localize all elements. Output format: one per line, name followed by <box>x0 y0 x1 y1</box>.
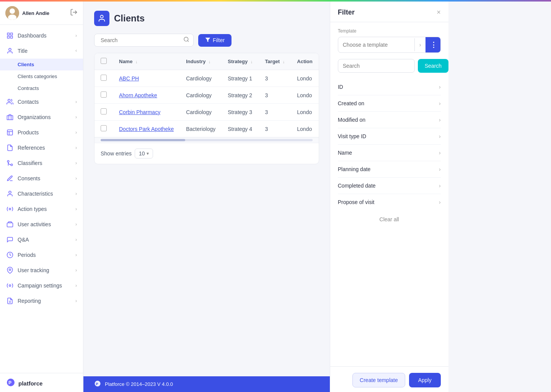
sort-icon: ↓ <box>209 59 211 64</box>
chevron-right-icon: › <box>75 268 77 273</box>
template-expand-icon[interactable]: › <box>414 38 426 51</box>
filter-option-planning_date[interactable]: Planning date› <box>338 161 441 178</box>
sidebar-item-campaign-settings[interactable]: Campaign settings › <box>0 278 83 293</box>
create-template-button[interactable]: Create template <box>352 373 405 387</box>
filter-close-button[interactable]: × <box>437 8 441 16</box>
sidebar-item-dashboards[interactable]: Dashboards › <box>0 28 83 43</box>
sidebar-item-label: Dashboards <box>18 33 75 39</box>
chevron-right-icon: › <box>75 176 77 181</box>
show-entries-label: Show entries <box>101 150 132 157</box>
select-all-checkbox[interactable] <box>101 58 107 64</box>
dashboards-icon <box>6 32 14 39</box>
filter-option-modified_on[interactable]: Modified on› <box>338 112 441 128</box>
sidebar-item-references[interactable]: References › <box>0 140 83 155</box>
sidebar-item-user-tracking[interactable]: User tracking › <box>0 263 83 278</box>
row-checkbox[interactable] <box>101 91 107 98</box>
sidebar-item-consents[interactable]: Consents › <box>0 171 83 186</box>
contacts-icon <box>6 98 14 106</box>
filter-panel-title: Filter <box>338 8 355 16</box>
action-cell: Londo <box>291 104 318 121</box>
svg-rect-5 <box>11 33 13 35</box>
sidebar-item-label: References <box>18 145 75 151</box>
sidebar-item-periods[interactable]: Periods › <box>0 247 83 263</box>
qa-icon <box>6 236 14 243</box>
filter-clear-all-button[interactable]: Clear all <box>338 210 441 225</box>
sidebar-item-label: Action types <box>18 206 75 212</box>
chevron-right-icon: › <box>439 183 441 189</box>
row-checkbox[interactable] <box>101 75 107 81</box>
industry-cell: Bacteriology <box>180 121 222 137</box>
main-area: Clients Filter <box>83 2 330 392</box>
filter-option-propose_of_visit[interactable]: Propose of visit› <box>338 194 441 210</box>
client-name-link[interactable]: Corbin Pharmacy <box>119 109 160 115</box>
filter-option-completed_date[interactable]: Completed date› <box>338 178 441 194</box>
filter-search-input[interactable] <box>338 59 415 73</box>
sidebar-item-qa[interactable]: Q&A › <box>0 232 83 247</box>
template-more-button[interactable]: ⋮ <box>425 37 440 52</box>
entries-select[interactable]: 10 ▾ <box>135 149 153 158</box>
template-input[interactable] <box>338 38 414 51</box>
search-icon <box>183 36 189 44</box>
sidebar-item-clients-categories[interactable]: Clients categories <box>0 70 83 82</box>
apply-button[interactable]: Apply <box>409 373 441 387</box>
sidebar-item-contracts[interactable]: Contracts <box>0 82 83 94</box>
svg-point-13 <box>7 160 9 162</box>
sidebar-item-label: User activities <box>18 221 75 227</box>
svg-rect-10 <box>7 116 13 120</box>
sidebar-item-label: Title <box>18 48 75 54</box>
sidebar-item-contacts[interactable]: Contacts › <box>0 94 83 109</box>
filter-option-created_on[interactable]: Created on› <box>338 95 441 112</box>
sidebar-item-label: Classifiers <box>18 160 75 166</box>
sidebar-footer: P platforce <box>0 373 83 392</box>
chevron-right-icon: › <box>439 199 441 205</box>
filter-button[interactable]: Filter <box>198 34 231 47</box>
client-name-link[interactable]: Ahorn Apotheke <box>119 92 157 98</box>
svg-point-1 <box>10 8 15 14</box>
title-icon <box>6 47 14 55</box>
filter-option-id[interactable]: ID› <box>338 79 441 95</box>
filter-option-label: Created on <box>338 100 364 106</box>
filter-option-label: Name <box>338 150 352 156</box>
filter-option-visit_type_id[interactable]: Visit type ID› <box>338 128 441 145</box>
sidebar-item-label: Q&A <box>18 237 75 243</box>
chevron-right-icon: › <box>439 133 441 139</box>
sidebar-item-classifiers[interactable]: Classifiers › <box>0 155 83 171</box>
strategy-cell: Strategy 1 <box>222 70 259 87</box>
sidebar-item-characteristics[interactable]: Characteristics › <box>0 186 83 201</box>
filter-search-button[interactable]: Search <box>418 59 448 73</box>
sidebar-item-user-activities[interactable]: User activities › <box>0 217 83 232</box>
sidebar-item-clients[interactable]: Clients <box>0 59 83 70</box>
entries-value: 10 <box>139 150 145 157</box>
svg-point-9 <box>8 99 10 101</box>
sidebar-item-reporting[interactable]: Reporting › <box>0 293 83 309</box>
search-input[interactable] <box>98 34 183 46</box>
action-types-icon <box>6 205 14 213</box>
sidebar-item-action-types[interactable]: Action types › <box>0 201 83 217</box>
sidebar-item-title[interactable]: Title › <box>0 43 83 59</box>
main-content: Clients Filter <box>83 2 330 376</box>
chevron-right-icon: › <box>439 166 441 172</box>
filter-option-name[interactable]: Name› <box>338 145 441 161</box>
target-cell: 3 <box>259 104 291 121</box>
chevron-right-icon: › <box>75 283 77 288</box>
client-name-link[interactable]: Doctors Park Apotheke <box>119 126 174 132</box>
user-activities-icon <box>6 220 14 228</box>
sidebar-sub-title: Clients Clients categories Contracts <box>0 59 83 94</box>
action-cell: Londo <box>291 87 318 104</box>
strategy-cell: Strategy 4 <box>222 121 259 137</box>
row-checkbox[interactable] <box>101 125 107 131</box>
sidebar-item-products[interactable]: Products › <box>0 125 83 140</box>
sidebar-item-organizations[interactable]: Organizations › <box>0 109 83 125</box>
row-checkbox[interactable] <box>101 108 107 114</box>
chevron-right-icon: › <box>75 160 77 166</box>
svg-text:P: P <box>8 380 11 385</box>
logout-button[interactable] <box>70 8 78 18</box>
svg-rect-4 <box>7 33 9 35</box>
references-icon <box>6 144 14 152</box>
client-name-link[interactable]: ABC PH <box>119 75 139 82</box>
svg-rect-11 <box>7 130 13 135</box>
chevron-right-icon: › <box>75 222 77 227</box>
horizontal-scrollbar[interactable] <box>95 137 319 143</box>
target-cell: 3 <box>259 87 291 104</box>
avatar <box>5 6 19 20</box>
